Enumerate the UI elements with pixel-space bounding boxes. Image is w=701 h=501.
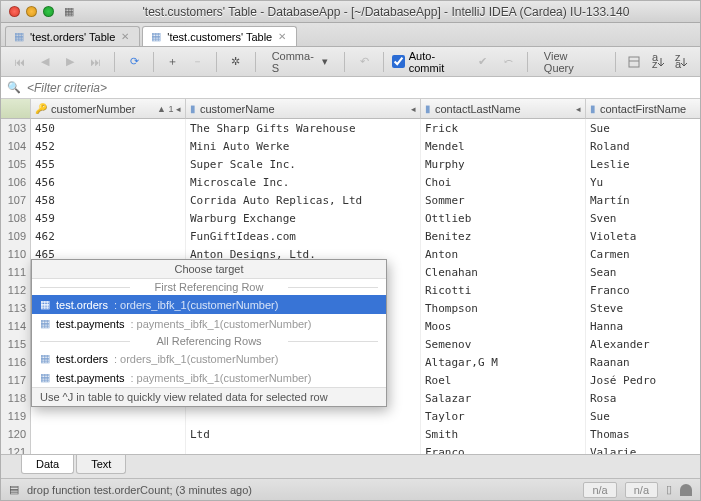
table-cell[interactable]: Steve (586, 299, 700, 317)
table-cell[interactable]: Raanan (586, 353, 700, 371)
table-cell[interactable]: 459 (31, 209, 186, 227)
table-cell[interactable]: 452 (31, 137, 186, 155)
table-cell[interactable]: 114 (1, 317, 31, 335)
prev-page-button[interactable]: ◀ (34, 51, 55, 73)
separator-dropdown[interactable]: Comma-S ▾ (264, 51, 337, 73)
tab-text[interactable]: Text (76, 455, 126, 474)
table-cell[interactable]: Ricotti (421, 281, 586, 299)
table-cell[interactable]: Warburg Exchange (186, 209, 421, 227)
table-cell[interactable]: José Pedro (586, 371, 700, 389)
table-cell[interactable]: 456 (31, 173, 186, 191)
tab-orders[interactable]: ▦ 'test.orders' Table ✕ (5, 26, 140, 46)
table-cell[interactable]: 103 (1, 119, 31, 137)
table-cell[interactable]: Leslie (586, 155, 700, 173)
table-cell[interactable]: Rosa (586, 389, 700, 407)
table-cell[interactable]: Salazar (421, 389, 586, 407)
close-tab-icon[interactable]: ✕ (121, 31, 129, 42)
column-header-contact-last[interactable]: ▮ contactLastName ◂ (421, 99, 586, 119)
table-cell[interactable]: 110 (1, 245, 31, 263)
rollback-button[interactable]: ⤺ (498, 51, 519, 73)
table-cell[interactable]: Taylor (421, 407, 586, 425)
table-cell[interactable]: 119 (1, 407, 31, 425)
table-cell[interactable]: Franco (421, 443, 586, 454)
table-cell[interactable]: 107 (1, 191, 31, 209)
table-cell[interactable]: 117 (1, 371, 31, 389)
table-cell[interactable] (31, 425, 186, 443)
table-cell[interactable]: 111 (1, 263, 31, 281)
autocommit-toggle[interactable]: Auto-commit (392, 50, 468, 74)
table-cell[interactable]: Thomas (586, 425, 700, 443)
table-cell[interactable]: 118 (1, 389, 31, 407)
table-cell[interactable] (186, 407, 421, 425)
close-tab-icon[interactable]: ✕ (278, 31, 286, 42)
row-number-header[interactable] (1, 99, 31, 119)
tab-data[interactable]: Data (21, 455, 74, 474)
table-cell[interactable]: Roel (421, 371, 586, 389)
table-cell[interactable]: 115 (1, 335, 31, 353)
add-row-button[interactable]: ＋ (162, 51, 183, 73)
table-cell[interactable]: Smith (421, 425, 586, 443)
table-cell[interactable]: FunGiftIdeas.com (186, 227, 421, 245)
popup-item[interactable]: ▦test.orders: orders_ibfk_1(customerNumb… (32, 349, 386, 368)
zoom-window-button[interactable] (43, 6, 54, 17)
column-header-customer-name[interactable]: ▮ customerName ◂ (186, 99, 421, 119)
table-cell[interactable]: 105 (1, 155, 31, 173)
close-window-button[interactable] (9, 6, 20, 17)
first-page-button[interactable]: ⏮ (9, 51, 30, 73)
last-page-button[interactable]: ⏭ (85, 51, 106, 73)
table-cell[interactable]: 462 (31, 227, 186, 245)
table-cell[interactable]: Microscale Inc. (186, 173, 421, 191)
table-cell[interactable] (31, 407, 186, 425)
table-cell[interactable]: Sven (586, 209, 700, 227)
filter-input[interactable] (27, 81, 694, 95)
table-cell[interactable] (186, 443, 421, 454)
table-cell[interactable] (31, 443, 186, 454)
undo-button[interactable]: ↶ (353, 51, 374, 73)
table-cell[interactable]: Sommer (421, 191, 586, 209)
table-cell[interactable]: Moos (421, 317, 586, 335)
table-cell[interactable]: 104 (1, 137, 31, 155)
table-cell[interactable]: Valarie (586, 443, 700, 454)
table-cell[interactable]: Benitez (421, 227, 586, 245)
minimize-window-button[interactable] (26, 6, 37, 17)
table-cell[interactable]: Violeta (586, 227, 700, 245)
table-cell[interactable]: Choi (421, 173, 586, 191)
commit-button[interactable]: ✔ (472, 51, 493, 73)
remove-row-button[interactable]: － (187, 51, 208, 73)
table-cell[interactable]: Ltd (186, 425, 421, 443)
sort-asc-button[interactable]: az (649, 51, 668, 73)
table-cell[interactable]: Alexander (586, 335, 700, 353)
table-cell[interactable]: Sue (586, 119, 700, 137)
table-cell[interactable]: Frick (421, 119, 586, 137)
table-cell[interactable]: 108 (1, 209, 31, 227)
table-cell[interactable]: Semenov (421, 335, 586, 353)
table-cell[interactable]: 450 (31, 119, 186, 137)
ddl-button[interactable] (624, 51, 645, 73)
table-cell[interactable]: Sean (586, 263, 700, 281)
table-cell[interactable]: Mendel (421, 137, 586, 155)
popup-item[interactable]: ▦test.payments: payments_ibfk_1(customer… (32, 314, 386, 333)
table-cell[interactable]: 112 (1, 281, 31, 299)
table-cell[interactable]: Corrida Auto Replicas, Ltd (186, 191, 421, 209)
tab-customers[interactable]: ▦ 'test.customers' Table ✕ (142, 26, 297, 46)
column-header-contact-first[interactable]: ▮ contactFirstName (586, 99, 700, 119)
table-cell[interactable]: Sue (586, 407, 700, 425)
table-cell[interactable]: 109 (1, 227, 31, 245)
table-cell[interactable]: 121 (1, 443, 31, 454)
table-cell[interactable]: 113 (1, 299, 31, 317)
table-cell[interactable]: Thompson (421, 299, 586, 317)
popup-item[interactable]: ▦test.orders: orders_ibfk_1(customerNumb… (32, 295, 386, 314)
table-cell[interactable]: Clenahan (421, 263, 586, 281)
table-cell[interactable]: Mini Auto Werke (186, 137, 421, 155)
table-cell[interactable]: Anton (421, 245, 586, 263)
table-cell[interactable]: Super Scale Inc. (186, 155, 421, 173)
table-cell[interactable]: Ottlieb (421, 209, 586, 227)
sort-desc-button[interactable]: za (673, 51, 692, 73)
popup-item[interactable]: ▦test.payments: payments_ibfk_1(customer… (32, 368, 386, 387)
table-cell[interactable]: Martín (586, 191, 700, 209)
table-cell[interactable]: 455 (31, 155, 186, 173)
table-cell[interactable]: 116 (1, 353, 31, 371)
refresh-button[interactable]: ⟳ (123, 51, 144, 73)
table-cell[interactable]: 120 (1, 425, 31, 443)
table-cell[interactable]: Murphy (421, 155, 586, 173)
